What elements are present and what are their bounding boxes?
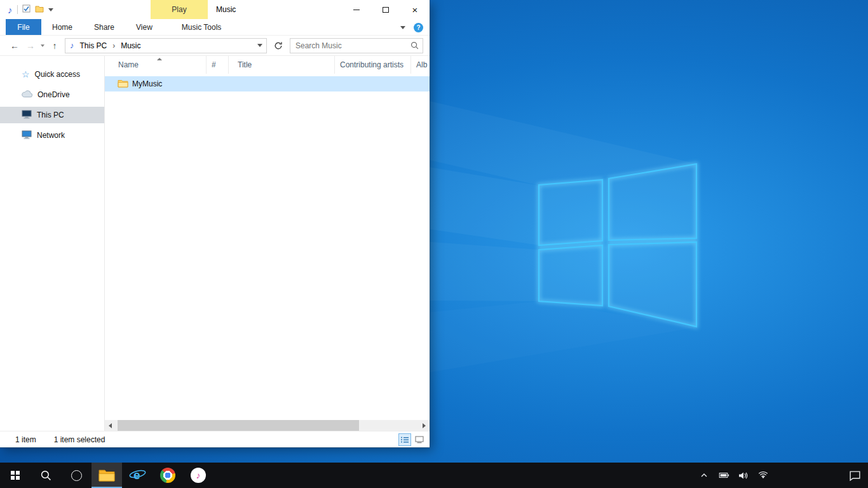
view-toggles bbox=[398, 433, 426, 446]
column-header-number[interactable]: # bbox=[207, 56, 229, 74]
sidebar-item-network[interactable]: Network bbox=[0, 127, 104, 144]
large-icons-view-button[interactable] bbox=[413, 433, 426, 446]
scroll-left-button[interactable] bbox=[105, 420, 116, 431]
minimize-button[interactable] bbox=[342, 0, 371, 19]
new-folder-icon[interactable] bbox=[35, 5, 44, 15]
logo-pane-bottom-left bbox=[539, 245, 602, 306]
music-note-app-icon[interactable]: ♪ bbox=[8, 5, 13, 15]
scroll-right-icon bbox=[423, 423, 426, 428]
battery-icon bbox=[719, 472, 729, 478]
recent-locations-caret-icon[interactable] bbox=[41, 44, 44, 47]
address-caret-icon bbox=[257, 44, 262, 47]
tab-file[interactable]: File bbox=[6, 19, 41, 35]
system-tray bbox=[697, 463, 868, 488]
itunes-icon: ♪ bbox=[191, 468, 206, 483]
column-header-name[interactable]: Name bbox=[105, 56, 207, 74]
caption-buttons: × bbox=[342, 0, 430, 19]
taskbar-chrome-button[interactable] bbox=[153, 463, 183, 488]
column-header-title[interactable]: Title bbox=[229, 56, 335, 74]
taskbar-itunes-button[interactable]: ♪ bbox=[183, 463, 214, 488]
titlebar[interactable]: ♪ Play Music × bbox=[0, 0, 430, 19]
help-button[interactable]: ? bbox=[414, 23, 423, 32]
column-header-contributing-artists[interactable]: Contributing artists bbox=[335, 56, 411, 74]
sidebar-item-this-pc[interactable]: This PC bbox=[0, 107, 104, 123]
ribbon-tab-row: File Home Share View Music Tools ? bbox=[0, 19, 430, 36]
sidebar-item-label: Network bbox=[37, 131, 65, 140]
address-toolbar: ← → ↑ ♪ This PC › Music bbox=[0, 36, 430, 56]
network-icon bbox=[22, 130, 32, 141]
status-bar: 1 item 1 item selected bbox=[0, 431, 430, 447]
windows-logo-icon bbox=[11, 471, 20, 480]
tab-share[interactable]: Share bbox=[83, 19, 125, 35]
qat-customize-caret-icon[interactable] bbox=[48, 8, 53, 11]
back-button[interactable]: ← bbox=[9, 41, 20, 50]
taskbar-internet-explorer-button[interactable]: e bbox=[122, 463, 153, 488]
volume-indicator[interactable] bbox=[736, 463, 750, 488]
action-center-button[interactable] bbox=[848, 463, 862, 488]
search-icon bbox=[41, 470, 51, 481]
file-explorer-window: ♪ Play Music × File Home Share bbox=[0, 0, 430, 447]
forward-button[interactable]: → bbox=[25, 41, 36, 50]
up-button[interactable]: ↑ bbox=[49, 41, 60, 50]
sidebar-item-label: Quick access bbox=[35, 70, 80, 79]
address-dropdown-button[interactable] bbox=[254, 39, 266, 53]
file-rows: MyMusic bbox=[105, 76, 430, 92]
close-button[interactable]: × bbox=[400, 0, 430, 19]
action-center-icon bbox=[849, 470, 861, 481]
file-row-mymusic[interactable]: MyMusic bbox=[105, 76, 430, 92]
refresh-button[interactable] bbox=[271, 41, 285, 50]
search-box[interactable] bbox=[290, 38, 423, 53]
star-icon: ☆ bbox=[22, 70, 30, 79]
quick-access-toolbar: ♪ bbox=[0, 4, 53, 15]
scrollbar-thumb[interactable] bbox=[118, 420, 359, 431]
address-bar[interactable]: ♪ This PC › Music bbox=[65, 38, 267, 53]
file-name: MyMusic bbox=[132, 79, 162, 88]
breadcrumb-separator-icon[interactable]: › bbox=[108, 41, 119, 50]
taskbar: e ♪ bbox=[0, 463, 868, 488]
ribbon-extras: ? bbox=[400, 19, 423, 36]
speaker-icon bbox=[738, 471, 749, 480]
tab-music-tools[interactable]: Music Tools bbox=[171, 19, 232, 35]
maximize-button[interactable] bbox=[371, 0, 400, 19]
contextual-tab-play[interactable]: Play bbox=[151, 0, 208, 19]
chevron-up-icon bbox=[700, 473, 708, 478]
network-indicator[interactable] bbox=[756, 463, 770, 488]
sidebar-item-onedrive[interactable]: OneDrive bbox=[0, 86, 104, 103]
column-header-album[interactable]: Alb bbox=[411, 56, 430, 74]
details-view-button[interactable] bbox=[398, 433, 411, 446]
properties-icon[interactable] bbox=[22, 4, 31, 15]
logo-pane-top-left bbox=[539, 180, 602, 245]
status-selection: 1 item selected bbox=[54, 435, 105, 444]
breadcrumb-this-pc[interactable]: This PC bbox=[79, 41, 109, 50]
taskbar-file-explorer-button[interactable] bbox=[92, 463, 122, 488]
status-item-count: 1 item bbox=[15, 435, 36, 444]
details-view-icon bbox=[400, 436, 409, 444]
sidebar-item-label: This PC bbox=[37, 111, 64, 119]
battery-indicator[interactable] bbox=[717, 463, 731, 488]
search-icon[interactable] bbox=[410, 41, 419, 50]
sidebar-item-label: OneDrive bbox=[37, 90, 70, 99]
cortana-button[interactable] bbox=[61, 463, 92, 488]
hidden-icons-chevron-button[interactable] bbox=[697, 463, 711, 488]
minimize-icon bbox=[353, 10, 360, 10]
cortana-icon bbox=[71, 470, 82, 481]
tab-view[interactable]: View bbox=[125, 19, 163, 35]
scroll-right-button[interactable] bbox=[419, 420, 430, 431]
column-headers: Name # Title Contributing artists Alb bbox=[105, 56, 430, 74]
horizontal-scrollbar[interactable] bbox=[105, 420, 430, 431]
scroll-left-icon bbox=[109, 423, 112, 428]
computer-icon bbox=[22, 110, 32, 121]
file-explorer-icon bbox=[98, 469, 115, 482]
taskbar-search-button[interactable] bbox=[31, 463, 61, 488]
start-button[interactable] bbox=[0, 463, 31, 488]
main-area: ☆ Quick access OneDrive This PC bbox=[0, 56, 430, 431]
desktop: ♪ Play Music × File Home Share bbox=[0, 0, 868, 488]
folder-icon bbox=[118, 79, 128, 90]
search-input[interactable] bbox=[292, 41, 410, 50]
breadcrumb-music[interactable]: Music bbox=[119, 41, 142, 50]
sidebar-item-quick-access[interactable]: ☆ Quick access bbox=[0, 66, 104, 83]
expand-ribbon-chevron-icon[interactable] bbox=[400, 26, 405, 29]
tray-spacer bbox=[776, 475, 842, 476]
large-icons-view-icon bbox=[415, 436, 424, 444]
tab-home[interactable]: Home bbox=[41, 19, 83, 35]
